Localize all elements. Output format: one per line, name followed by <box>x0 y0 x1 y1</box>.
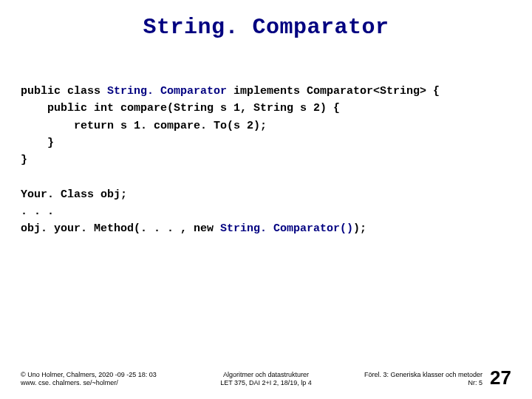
footer-lecture: Förel. 3: Generiska klasser och metoder <box>364 371 482 379</box>
code-line-5: } <box>21 154 27 166</box>
code-line-7: Your. Class obj; <box>21 188 127 201</box>
code-line-9: obj. your. Method(. . . , new String. Co… <box>21 222 366 235</box>
kw-public-class: public class <box>21 85 107 98</box>
footer-left: © Uno Holmer, Chalmers, 2020 -09 -25 18:… <box>21 371 184 388</box>
code-line-2: public int compare(String s 1, String s … <box>21 102 340 115</box>
footer-author: © Uno Holmer, Chalmers, 2020 -09 -25 18:… <box>21 371 184 379</box>
footer-course-code: LET 375, DAI 2+I 2, 18/19, lp 4 <box>184 379 347 387</box>
footer-right: Förel. 3: Generiska klasser och metoder … <box>364 371 482 388</box>
footer-course-title: Algoritmer och datastrukturer <box>184 371 347 379</box>
footer: © Uno Holmer, Chalmers, 2020 -09 -25 18:… <box>0 368 532 387</box>
code-line-3: return s 1. compare. To(s 2); <box>21 120 267 132</box>
footer-center: Algoritmer och datastrukturer LET 375, D… <box>184 371 347 388</box>
slide: String. Comparator public class String. … <box>0 0 532 399</box>
page-number: 27 <box>490 368 511 387</box>
footer-url: www. cse. chalmers. se/~holmer/ <box>21 379 184 387</box>
code-line-8: . . . <box>21 205 54 218</box>
call-prefix: obj. your. Method(. . . , new <box>21 222 220 235</box>
code-line-1: public class String. Comparator implemen… <box>21 85 440 98</box>
class-name: String. Comparator <box>107 85 227 98</box>
footer-slide-nr: Nr: 5 <box>364 379 482 387</box>
code-line-4: } <box>21 137 54 149</box>
footer-right-wrap: Förel. 3: Generiska klasser och metoder … <box>348 368 511 387</box>
implements-clause: implements Comparator<String> { <box>227 85 440 98</box>
constructor-call: String. Comparator() <box>220 222 353 235</box>
slide-title: String. Comparator <box>21 15 511 40</box>
code-block: public class String. Comparator implemen… <box>21 83 511 237</box>
call-suffix: ); <box>353 222 366 235</box>
